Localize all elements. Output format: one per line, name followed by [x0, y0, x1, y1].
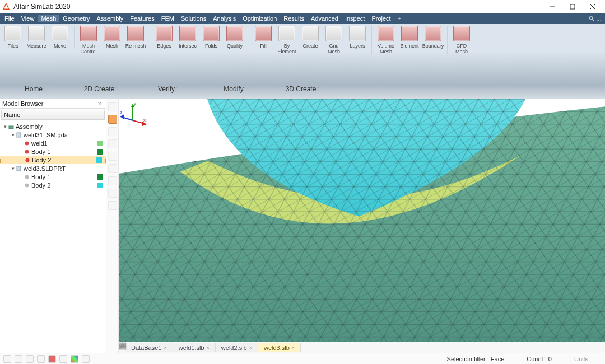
tree-node-body-2[interactable]: Body 2 [0, 181, 106, 189]
ribbon-files[interactable]: Files [2, 26, 24, 49]
model-browser-label: Model Browser [2, 100, 43, 107]
vtool-6[interactable] [108, 164, 117, 173]
status-tool-icon[interactable] [82, 355, 90, 363]
menu-item-optimization[interactable]: Optimization [239, 15, 280, 22]
doc-tab-label: weld2.slb [221, 344, 247, 351]
menu-item-results[interactable]: Results [280, 15, 308, 22]
status-tool-icon[interactable] [37, 355, 45, 363]
ribbon-cfd-mesh[interactable]: CFD Mesh [451, 26, 472, 54]
menubar: FileViewMeshGeometryAssemblyFeaturesFEMS… [0, 13, 605, 24]
menu-add-icon[interactable]: + [394, 15, 404, 22]
ribbon-quality[interactable]: Quality [224, 26, 245, 49]
vtool-1[interactable] [108, 102, 117, 111]
tree-node-weld31-sm-gda[interactable]: ▾weld31_SM.gda [0, 130, 106, 139]
ribbon-icon [104, 26, 120, 41]
ribbon-mesh[interactable]: Mesh [101, 26, 123, 54]
status-tool-icon[interactable] [48, 355, 56, 363]
ribbon-tab-2d-create[interactable]: 2D Create▵ [67, 81, 134, 97]
color-swatch-icon [97, 174, 103, 180]
ribbon-label: Intersec [179, 43, 197, 49]
menu-item-mesh[interactable]: Mesh [38, 15, 59, 22]
ribbon-tab-modify[interactable]: Modify▵ [202, 81, 269, 97]
tree-node-weld1[interactable]: weld1 [0, 139, 106, 147]
ribbon-folds[interactable]: Folds [201, 26, 222, 49]
menu-item-project[interactable]: Project [368, 15, 394, 22]
vtool-2[interactable] [108, 115, 117, 124]
ribbon-edges[interactable]: Edges [153, 26, 175, 49]
doc-tab-weld1-slb[interactable]: weld1.slb× [173, 343, 216, 352]
ribbon-fill[interactable]: Fill [253, 26, 274, 54]
status-tool-icon[interactable] [59, 355, 67, 363]
ribbon-icon [203, 26, 220, 41]
tree-node-weld3-sldprt[interactable]: ▾weld3.SLDPRT [0, 164, 106, 172]
status-tool-icon[interactable] [15, 355, 22, 363]
expand-icon[interactable]: ▾ [10, 166, 16, 171]
tree-node-body-1[interactable]: Body 1 [0, 147, 106, 156]
ribbon-label: Element [400, 43, 418, 49]
body-gray-icon [24, 174, 30, 180]
menu-item-view[interactable]: View [18, 15, 38, 22]
doc-tool-icon[interactable] [119, 342, 127, 350]
ribbon-re-mesh[interactable]: Re-mesh [125, 26, 146, 54]
ribbon-mesh-control[interactable]: Mesh Control [78, 26, 99, 54]
ribbon-grid-mesh[interactable]: Grid Mesh [323, 26, 345, 54]
vtool-9[interactable] [108, 201, 117, 210]
ribbon-tab-home[interactable]: Home [0, 81, 67, 97]
maximize-button[interactable] [562, 0, 583, 13]
ribbon-move[interactable]: Move [49, 26, 71, 49]
ribbon-tab-verify[interactable]: Verify▵ [134, 81, 202, 97]
menu-item-advanced[interactable]: Advanced [308, 15, 342, 22]
ribbon-tab-3d-create[interactable]: 3D Create▵ [269, 81, 336, 97]
menu-item-fem[interactable]: FEM [158, 15, 178, 22]
menu-item-inspect[interactable]: Inspect [342, 15, 368, 22]
minimize-button[interactable] [542, 0, 562, 13]
svg-text:x: x [143, 118, 146, 123]
doc-tab-weld3-slb[interactable]: weld3.slb× [258, 343, 301, 352]
vtool-5[interactable] [108, 152, 117, 161]
tree-column-header[interactable]: Name [1, 110, 105, 120]
units-label[interactable]: Units [574, 356, 588, 362]
model-tree[interactable]: ▾Assembly▾weld31_SM.gdaweld1Body 1Body 2… [0, 121, 106, 353]
viewport-3d[interactable]: y x z DataBase1×weld1.slb×weld2.slb×weld… [119, 99, 605, 353]
menu-item-assembly[interactable]: Assembly [94, 15, 127, 22]
status-tool-icon[interactable] [3, 355, 11, 363]
vtool-3[interactable] [108, 127, 117, 136]
vtool-7[interactable] [108, 176, 117, 185]
menu-item-geometry[interactable]: Geometry [59, 15, 93, 22]
doc-tab-database1[interactable]: DataBase1× [125, 343, 173, 352]
doc-tab-close-icon[interactable]: × [164, 345, 166, 351]
tree-node-assembly[interactable]: ▾Assembly [0, 122, 106, 130]
vtool-4[interactable] [108, 139, 117, 148]
close-button[interactable] [583, 0, 603, 13]
ribbon-icon [278, 26, 295, 41]
status-tool-icon[interactable] [71, 355, 78, 363]
doc-tab-close-icon[interactable]: × [292, 345, 295, 351]
ribbon-intersec[interactable]: Intersec [177, 26, 198, 49]
expand-icon[interactable]: ▾ [10, 132, 16, 138]
ribbon-element[interactable]: Element [399, 26, 420, 54]
tree-node-body-1[interactable]: Body 1 [0, 172, 106, 181]
tree-node-label: weld31_SM.gda [24, 132, 68, 138]
tree-node-body-2[interactable]: Body 2 [0, 156, 106, 164]
expand-icon[interactable]: ▾ [2, 124, 8, 129]
menu-item-analysis[interactable]: Analysis [210, 15, 239, 22]
doc-tab-weld2-slb[interactable]: weld2.slb× [216, 343, 258, 352]
menu-search[interactable]: … [589, 16, 602, 22]
ribbon-boundary[interactable]: Boundary [422, 26, 444, 54]
ribbon-volume-mesh[interactable]: Volume Mesh [375, 26, 397, 54]
ribbon-create[interactable]: Create [300, 26, 321, 54]
ribbon-by-element[interactable]: By Element [276, 26, 297, 54]
ribbon-measure[interactable]: Measure [26, 26, 47, 49]
ribbon-icon [127, 26, 144, 41]
status-tool-icon[interactable] [26, 355, 34, 363]
vtool-8[interactable] [108, 189, 117, 198]
ribbon-layers[interactable]: Layers [347, 26, 368, 54]
menu-item-file[interactable]: File [1, 15, 18, 22]
status-bar: Selection filter : Face Count : 0 Units [0, 353, 605, 364]
doc-tab-close-icon[interactable]: × [249, 345, 252, 351]
menu-item-features[interactable]: Features [127, 15, 157, 22]
ribbon-label: Measure [26, 43, 46, 49]
menu-item-solutions[interactable]: Solutions [178, 15, 210, 22]
doc-tab-close-icon[interactable]: × [207, 345, 210, 351]
model-browser-close-icon[interactable]: × [96, 100, 104, 107]
